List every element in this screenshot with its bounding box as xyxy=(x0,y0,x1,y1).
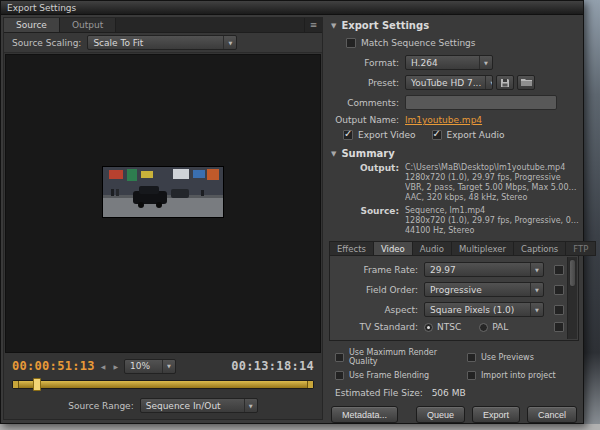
chevron-down-icon xyxy=(223,36,236,49)
summary-source-line: 44100 Hz, Stereo xyxy=(405,226,579,236)
max-render-toggle[interactable]: Use Maximum Render Quality xyxy=(335,348,467,366)
queue-button[interactable]: Queue xyxy=(416,406,465,423)
options-tab-bar: Effects Video Audio Multiplexer Captions… xyxy=(329,241,579,256)
tab-ftp[interactable]: FTP xyxy=(566,241,596,256)
summary-output-lines: C:\Users\MaB\Desktop\lm1youtube.mp4 1280… xyxy=(405,163,579,203)
source-range-row: Source Range: Sequence In/Out xyxy=(4,392,322,419)
tab-video[interactable]: Video xyxy=(374,241,413,256)
export-audio-checkbox[interactable] xyxy=(432,130,442,140)
window-titlebar[interactable]: Export Settings xyxy=(1,1,583,15)
summary-header[interactable]: Summary xyxy=(331,148,579,159)
source-scaling-row: Source Scaling: Scale To Fit xyxy=(4,33,322,53)
import-project-checkbox[interactable] xyxy=(467,371,476,380)
metadata-button[interactable]: Metadata... xyxy=(331,406,398,423)
panel-menu-icon[interactable]: ≡ xyxy=(304,18,322,32)
format-dropdown[interactable]: H.264 xyxy=(405,55,493,70)
current-timecode[interactable]: 00:00:51:13 xyxy=(12,359,95,373)
source-scaling-label: Source Scaling: xyxy=(12,38,81,48)
export-audio-toggle[interactable]: Export Audio xyxy=(432,130,505,140)
preset-dropdown[interactable]: YouTube HD 7... xyxy=(405,75,493,90)
export-settings-header[interactable]: Export Settings xyxy=(331,20,579,31)
match-sequence-checkbox[interactable] xyxy=(346,38,356,48)
set-out-point-icon[interactable]: ▶ xyxy=(111,363,120,370)
export-settings-panel: Export Settings Match Sequence Settings … xyxy=(329,19,579,419)
summary-output-label: Output: xyxy=(329,163,405,203)
source-range-dropdown[interactable]: Sequence In/Out xyxy=(140,398,258,413)
preset-value: YouTube HD 7... xyxy=(411,78,481,88)
ntsc-radio[interactable] xyxy=(424,323,433,332)
chevron-down-icon xyxy=(530,263,543,276)
save-disk-icon xyxy=(500,78,510,88)
comments-label: Comments: xyxy=(329,98,405,108)
format-row: Format: H.264 xyxy=(329,55,579,70)
field-order-label: Field Order: xyxy=(332,285,424,295)
estimated-file-size-value: 506 MB xyxy=(432,388,466,398)
import-project-toggle[interactable]: Import into project xyxy=(467,371,579,380)
comments-input[interactable] xyxy=(405,95,557,110)
output-name-link[interactable]: lm1youtube.mp4 xyxy=(405,115,482,125)
zoom-level-dropdown[interactable]: 10% xyxy=(124,359,176,374)
field-order-checkbox[interactable] xyxy=(554,285,564,295)
tab-captions[interactable]: Captions xyxy=(514,241,566,256)
format-label: Format: xyxy=(329,58,405,68)
footer-options: Use Maximum Render Quality Use Previews … xyxy=(335,348,579,380)
max-render-checkbox[interactable] xyxy=(335,353,344,362)
chevron-down-icon xyxy=(244,399,257,412)
tab-output[interactable]: Output xyxy=(60,18,116,32)
disclosure-triangle-icon[interactable] xyxy=(331,150,336,158)
summary-source-lines: Sequence, lm1.mp4 1280x720 (1.0), 29.97 … xyxy=(405,206,579,236)
import-preset-button[interactable] xyxy=(517,75,535,90)
options-scrollbar[interactable] xyxy=(567,257,577,339)
playhead-marker[interactable] xyxy=(33,378,41,391)
set-in-point-icon[interactable]: ◀ xyxy=(99,363,108,370)
summary-source-line: 1280x720 (1.0), 29.97 fps, Progressive, … xyxy=(405,216,579,226)
source-scaling-dropdown[interactable]: Scale To Fit xyxy=(87,35,237,50)
export-video-toggle[interactable]: Export Video xyxy=(343,130,416,140)
cancel-button[interactable]: Cancel xyxy=(527,406,577,423)
tv-standard-checkbox[interactable] xyxy=(554,322,564,332)
tab-audio[interactable]: Audio xyxy=(413,241,452,256)
frame-rate-dropdown[interactable]: 29.97 xyxy=(424,262,544,277)
export-audio-label: Export Audio xyxy=(447,130,505,140)
summary-source-label: Source: xyxy=(329,206,405,236)
frame-blending-checkbox[interactable] xyxy=(335,371,344,380)
window-title: Export Settings xyxy=(7,3,76,13)
summary-source-line: Sequence, lm1.mp4 xyxy=(405,206,579,216)
frame-rate-checkbox[interactable] xyxy=(554,265,564,275)
work-area-bar[interactable] xyxy=(12,380,314,389)
tv-standard-label: TV Standard: xyxy=(332,322,424,332)
tab-effects[interactable]: Effects xyxy=(329,241,374,256)
save-preset-button[interactable] xyxy=(496,75,514,90)
frame-blending-toggle[interactable]: Use Frame Blending xyxy=(335,371,467,380)
chevron-down-icon xyxy=(479,56,492,69)
use-previews-checkbox[interactable] xyxy=(467,353,476,362)
summary-output-line: VBR, 2 pass, Target 5.00 Mbps, Max 5.00 … xyxy=(405,183,579,193)
summary-output-line: AAC, 320 kbps, 48 kHz, Stereo xyxy=(405,193,579,203)
disclosure-triangle-icon[interactable] xyxy=(331,22,336,30)
tab-source[interactable]: Source xyxy=(4,18,60,32)
tab-multiplexer[interactable]: Multiplexer xyxy=(452,241,514,256)
summary-output-line: 1280x720 (1.0), 29.97 fps, Progressive xyxy=(405,173,579,183)
field-order-dropdown[interactable]: Progressive xyxy=(424,282,544,297)
source-preview-panel: Source Output ≡ Source Scaling: Scale To… xyxy=(3,17,323,420)
video-options-body: Frame Rate: 29.97 Field Order: Progressi… xyxy=(329,256,579,341)
ntsc-label: NTSC xyxy=(437,322,461,332)
preset-label: Preset: xyxy=(329,78,405,88)
frame-rate-value: 29.97 xyxy=(430,265,456,275)
aspect-checkbox[interactable] xyxy=(554,305,564,315)
summary-output-block: Output: C:\Users\MaB\Desktop\lm1youtube.… xyxy=(329,163,579,203)
chevron-down-icon xyxy=(530,283,543,296)
export-video-checkbox[interactable] xyxy=(343,130,353,140)
aspect-dropdown[interactable]: Square Pixels (1.0) xyxy=(424,302,544,317)
export-button[interactable]: Export xyxy=(472,406,520,423)
pal-radio[interactable] xyxy=(479,323,488,332)
max-render-label: Use Maximum Render Quality xyxy=(349,348,467,366)
summary-source-block: Source: Sequence, lm1.mp4 1280x720 (1.0)… xyxy=(329,206,579,236)
duration-timecode: 00:13:18:14 xyxy=(231,359,314,373)
source-range-value: Sequence In/Out xyxy=(146,401,221,411)
timeline-scrubber[interactable] xyxy=(12,378,314,392)
scrollbar-thumb[interactable] xyxy=(569,259,576,287)
output-name-row: Output Name: lm1youtube.mp4 xyxy=(329,115,579,125)
aspect-label: Aspect: xyxy=(332,305,424,315)
use-previews-toggle[interactable]: Use Previews xyxy=(467,348,579,366)
